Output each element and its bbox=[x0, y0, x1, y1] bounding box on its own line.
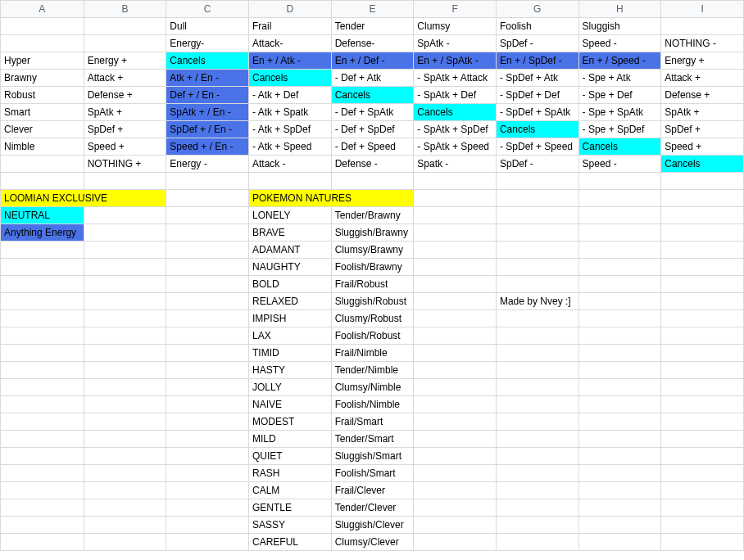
cell[interactable]: Frail/Robust bbox=[331, 276, 414, 293]
cell[interactable] bbox=[661, 18, 744, 35]
cell[interactable] bbox=[661, 224, 744, 242]
cell[interactable]: RELAXED bbox=[248, 293, 331, 310]
cell[interactable] bbox=[84, 207, 166, 224]
cell[interactable] bbox=[1, 534, 84, 551]
cell[interactable] bbox=[414, 327, 497, 345]
cell[interactable]: HASTY bbox=[248, 362, 331, 379]
cell[interactable] bbox=[84, 499, 166, 517]
cell[interactable]: Speed + bbox=[661, 138, 744, 156]
cell[interactable] bbox=[578, 362, 661, 379]
cell[interactable]: Energy- bbox=[166, 35, 249, 52]
cell[interactable] bbox=[166, 534, 249, 551]
cell[interactable] bbox=[84, 276, 166, 293]
cell[interactable]: Smart bbox=[1, 104, 84, 121]
cell[interactable]: Clever bbox=[1, 121, 84, 138]
cell[interactable] bbox=[414, 224, 497, 242]
cell[interactable]: SpDef - bbox=[496, 156, 578, 173]
cell[interactable] bbox=[414, 345, 497, 362]
cell[interactable] bbox=[84, 379, 166, 396]
cell[interactable] bbox=[166, 207, 249, 224]
cell[interactable]: Attack- bbox=[248, 35, 331, 52]
cell[interactable] bbox=[578, 224, 661, 242]
cell[interactable]: Made by Nvey :] bbox=[496, 293, 578, 310]
cell[interactable] bbox=[496, 448, 578, 465]
cell[interactable]: Cancels bbox=[331, 87, 414, 104]
cell[interactable]: Anything Energy bbox=[1, 224, 84, 242]
cell[interactable] bbox=[84, 448, 166, 465]
cell[interactable]: Clumsy/Clever bbox=[331, 534, 414, 551]
cell[interactable] bbox=[496, 465, 578, 482]
cell[interactable]: Foolish bbox=[496, 18, 578, 35]
cell[interactable]: - Spe + SpDef bbox=[578, 121, 661, 138]
cell[interactable]: MILD bbox=[248, 431, 331, 448]
cell[interactable]: - Def + SpDef bbox=[331, 121, 414, 138]
cell[interactable]: Def + / En - bbox=[166, 87, 249, 104]
cell[interactable]: En + / Speed - bbox=[578, 52, 661, 70]
cell[interactable]: SpAtk + bbox=[661, 104, 744, 121]
cell[interactable]: Foolish/Smart bbox=[331, 465, 414, 482]
cell[interactable]: SASSY bbox=[248, 517, 331, 534]
cell[interactable] bbox=[414, 517, 497, 534]
cell[interactable]: SpDef + bbox=[84, 121, 166, 138]
cell[interactable]: RASH bbox=[248, 465, 331, 482]
cell[interactable] bbox=[496, 413, 578, 431]
cell[interactable]: Speed - bbox=[578, 35, 661, 52]
cell[interactable] bbox=[661, 259, 744, 276]
cell[interactable]: MODEST bbox=[248, 413, 331, 431]
cell[interactable] bbox=[496, 362, 578, 379]
cell[interactable] bbox=[331, 173, 414, 190]
cell[interactable]: Clusmy/Robust bbox=[331, 310, 414, 327]
cell[interactable]: BRAVE bbox=[248, 224, 331, 242]
cell[interactable]: Foolish/Nimble bbox=[331, 396, 414, 413]
cell[interactable]: SpAtk + / En - bbox=[166, 104, 249, 121]
cell[interactable] bbox=[1, 35, 84, 52]
cell[interactable] bbox=[1, 18, 84, 35]
cell[interactable] bbox=[166, 293, 249, 310]
cell[interactable] bbox=[1, 379, 84, 396]
cell[interactable]: Frail/Nimble bbox=[331, 345, 414, 362]
cell[interactable]: IMPISH bbox=[248, 310, 331, 327]
cell[interactable] bbox=[414, 190, 497, 207]
cell[interactable]: NOTHING + bbox=[84, 156, 166, 173]
cell[interactable]: Brawny bbox=[1, 70, 84, 87]
cell[interactable] bbox=[661, 327, 744, 345]
spreadsheet-table[interactable]: ABCDEFGHI DullFrailTenderClumsyFoolishSl… bbox=[0, 0, 744, 551]
column-header-C[interactable]: C bbox=[166, 1, 249, 18]
cell[interactable] bbox=[496, 379, 578, 396]
cell[interactable] bbox=[496, 499, 578, 517]
cell[interactable] bbox=[166, 396, 249, 413]
cell[interactable]: LONELY bbox=[248, 207, 331, 224]
cell[interactable] bbox=[578, 499, 661, 517]
cell[interactable] bbox=[166, 448, 249, 465]
cell[interactable]: BOLD bbox=[248, 276, 331, 293]
cell[interactable]: Tender/Smart bbox=[331, 431, 414, 448]
cell[interactable]: Robust bbox=[1, 87, 84, 104]
cell[interactable] bbox=[496, 345, 578, 362]
cell[interactable] bbox=[578, 448, 661, 465]
cell[interactable]: Tender bbox=[331, 18, 414, 35]
cell[interactable]: En + / SpAtk - bbox=[414, 52, 497, 70]
cell[interactable]: NAUGHTY bbox=[248, 259, 331, 276]
cell[interactable]: Tender/Brawny bbox=[331, 207, 414, 224]
cell[interactable] bbox=[578, 517, 661, 534]
cell[interactable] bbox=[1, 499, 84, 517]
cell[interactable] bbox=[661, 448, 744, 465]
cell[interactable]: - Atk + Speed bbox=[248, 138, 331, 156]
cell[interactable] bbox=[578, 379, 661, 396]
cell[interactable]: Clumsy/Nimble bbox=[331, 379, 414, 396]
cell[interactable] bbox=[496, 431, 578, 448]
cell[interactable]: GENTLE bbox=[248, 499, 331, 517]
cell[interactable]: Hyper bbox=[1, 52, 84, 70]
cell[interactable]: Defense + bbox=[661, 87, 744, 104]
cell[interactable] bbox=[166, 362, 249, 379]
cell[interactable] bbox=[661, 362, 744, 379]
column-header-B[interactable]: B bbox=[84, 1, 166, 18]
cell[interactable]: Nimble bbox=[1, 138, 84, 156]
cell[interactable] bbox=[496, 224, 578, 242]
cell[interactable] bbox=[84, 413, 166, 431]
cell[interactable] bbox=[661, 345, 744, 362]
cell[interactable] bbox=[84, 345, 166, 362]
cell[interactable] bbox=[1, 276, 84, 293]
cell[interactable]: QUIET bbox=[248, 448, 331, 465]
cell[interactable] bbox=[84, 517, 166, 534]
